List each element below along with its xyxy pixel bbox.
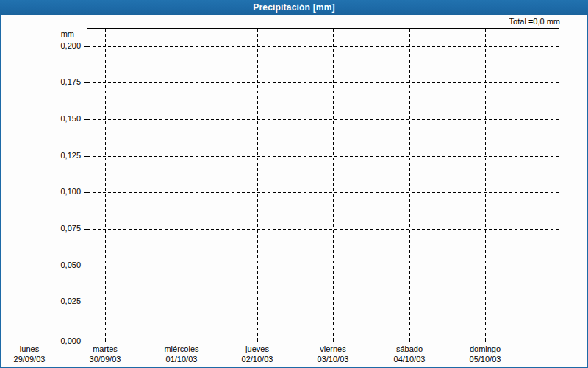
x-date-label: 01/10/03	[143, 354, 220, 364]
x-category-label: jueves02/10/03	[219, 344, 295, 364]
x-category-label: martes30/09/03	[67, 344, 143, 364]
plot-area	[87, 28, 559, 339]
y-tick-label: 0,150	[7, 114, 81, 124]
x-date-label: 02/10/03	[219, 354, 295, 364]
x-date-label: 30/09/03	[67, 354, 143, 364]
y-grid-line	[87, 266, 559, 266]
x-date-label: 04/10/03	[371, 354, 448, 364]
x-date-label: 03/10/03	[295, 354, 371, 364]
y-grid-line	[87, 82, 559, 83]
x-grid-line	[409, 29, 410, 339]
y-tick-label: 0,025	[7, 297, 81, 306]
x-date-label: 05/10/03	[447, 354, 523, 364]
x-grid-line	[105, 29, 106, 339]
y-grid-line	[87, 302, 559, 302]
y-tick-label: 0,200	[7, 41, 81, 51]
y-tick-label: 0,125	[7, 151, 81, 160]
x-tick-mark	[182, 339, 182, 342]
x-day-label: viernes	[295, 344, 371, 354]
x-tick-mark	[409, 339, 410, 342]
x-category-label: lunes29/09/03	[0, 344, 68, 364]
y-tick-mark	[84, 82, 87, 83]
chart-title: Precipitación [mm]	[253, 2, 335, 13]
x-category-label: viernes03/10/03	[295, 344, 371, 364]
x-tick-mark	[105, 339, 106, 342]
x-category-label: miércoles01/10/03	[143, 344, 220, 364]
x-grid-line	[257, 29, 258, 339]
y-tick-label: 0,175	[7, 77, 81, 87]
total-label: Total =0,0 mm	[1, 17, 560, 26]
y-grid-line	[87, 46, 559, 47]
x-tick-mark	[485, 339, 486, 342]
x-tick-mark	[257, 339, 258, 342]
x-day-label: domingo	[447, 344, 523, 354]
y-grid-line	[87, 192, 559, 193]
x-grid-line	[333, 29, 334, 339]
y-tick-label: 0,075	[7, 224, 81, 233]
x-day-label: martes	[67, 344, 143, 354]
x-date-label: 29/09/03	[0, 354, 68, 364]
y-tick-mark	[84, 302, 87, 302]
x-grid-line	[182, 29, 182, 339]
y-tick-mark	[84, 266, 87, 266]
y-tick-mark	[84, 46, 87, 47]
y-tick-mark	[84, 156, 87, 157]
y-grid-line	[87, 229, 559, 230]
x-tick-mark	[333, 339, 334, 342]
y-tick-mark	[84, 339, 87, 339]
x-grid-line	[485, 29, 486, 339]
x-day-label: lunes	[0, 344, 68, 354]
x-day-label: miércoles	[143, 344, 220, 354]
y-tick-mark	[84, 192, 87, 193]
x-category-label: domingo05/10/03	[447, 344, 523, 364]
y-tick-label: 0,100	[7, 187, 81, 197]
x-day-label: jueves	[219, 344, 295, 354]
y-axis-unit-label: mm	[1, 29, 74, 38]
x-category-label: sábado04/10/03	[371, 344, 448, 364]
y-grid-line	[87, 119, 559, 120]
chart-window: Precipitación [mm] Total =0,0 mm mm 0,00…	[0, 0, 588, 368]
y-tick-label: 0,050	[7, 261, 81, 270]
y-grid-line	[87, 156, 559, 157]
y-tick-mark	[84, 119, 87, 120]
x-day-label: sábado	[371, 344, 448, 354]
title-bar: Precipitación [mm]	[0, 0, 588, 15]
y-tick-mark	[84, 229, 87, 230]
